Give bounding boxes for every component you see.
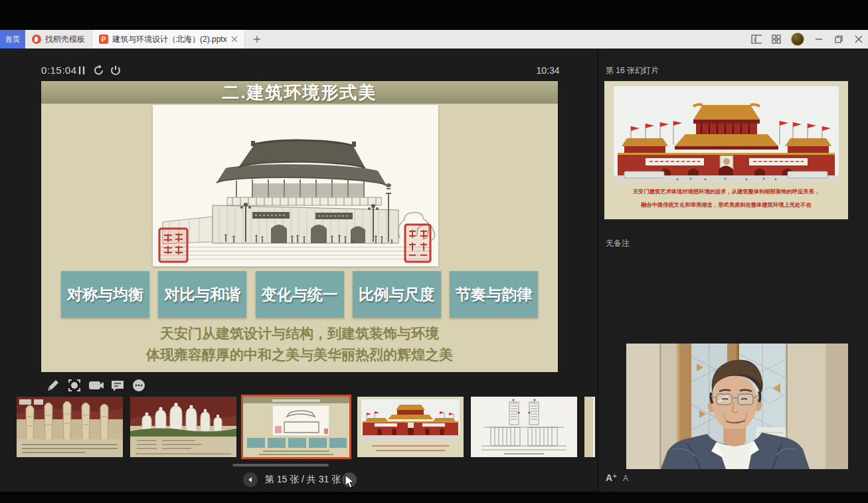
pause-timer-icon[interactable] xyxy=(76,64,88,76)
next-slide-label: 第 16 张幻灯片 xyxy=(606,65,659,76)
principle-button-rhythm: 节奏与韵律 xyxy=(450,271,538,318)
minimize-icon[interactable] xyxy=(814,34,824,45)
slide-thumbnail-16[interactable] xyxy=(357,397,464,457)
tab-bar: 首页 找稻壳模板 P 建筑与环境设计（北海）(2).pptx xyxy=(0,30,868,49)
next-slide-caption-line1: 天安门建筑艺术体现对理想环境的追求，从建筑整体到细部装饰的呼应关系， xyxy=(614,188,839,196)
slide-caption-line2: 体现雍容醇厚的中和之美与美华丽热烈的辉煌之美 xyxy=(41,346,558,364)
app-window: 首页 找稻壳模板 P 建筑与环境设计（北海）(2).pptx 1 xyxy=(0,0,868,503)
split-view-icon[interactable]: 1 xyxy=(751,34,762,45)
slide-thumbnail-15-current[interactable] xyxy=(241,395,351,459)
next-slide-caption-line2: 融合中国传统文化和审美理念，形式美原则在整体建筑环境上无处不在 xyxy=(614,201,839,209)
principle-button-contrast: 对比与和谐 xyxy=(158,271,246,318)
principle-buttons-row: 对称与均衡 对比与和谐 变化与统一 比例与尺度 节奏与韵律 xyxy=(41,271,558,318)
end-show-icon[interactable] xyxy=(110,64,122,76)
wps-presentation-icon: P xyxy=(99,35,108,44)
tab-close-icon[interactable] xyxy=(231,36,238,43)
notes-placeholder: 无备注 xyxy=(606,238,630,249)
tab-home[interactable]: 首页 xyxy=(0,30,25,49)
slide-title: 二.建筑环境形式美 xyxy=(222,81,377,104)
tab-document[interactable]: P 建筑与环境设计（北海）(2).pptx xyxy=(92,30,245,49)
mouse-cursor xyxy=(345,474,355,489)
apps-grid-icon[interactable] xyxy=(771,34,782,45)
notes-font-increase-button[interactable]: A⁺ xyxy=(606,472,618,483)
slide-thumbnail-17[interactable] xyxy=(471,397,577,457)
wall-clock: 10:34 xyxy=(525,65,571,76)
slide-title-banner: 二.建筑环境形式美 xyxy=(41,81,558,104)
svg-text:1: 1 xyxy=(753,37,756,42)
window-controls: 1 xyxy=(751,30,864,49)
tab-document-label: 建筑与环境设计（北海）(2).pptx xyxy=(112,34,227,45)
principle-button-symmetry: 对称与均衡 xyxy=(61,271,149,318)
close-icon[interactable] xyxy=(853,34,864,45)
tab-docer-label: 找稻壳模板 xyxy=(45,34,85,45)
reset-timer-icon[interactable] xyxy=(93,64,105,76)
next-slide-preview[interactable]: 天安门建筑艺术体现对理想环境的追求，从建筑整体到细部装饰的呼应关系， 融合中国传… xyxy=(604,81,848,219)
new-tab-button[interactable] xyxy=(245,30,269,49)
filmstrip-scrollbar[interactable] xyxy=(232,464,329,466)
slide-thumbnail-18-partial[interactable] xyxy=(584,397,595,457)
tiananmen-engraving-image xyxy=(153,105,438,266)
tab-docer-templates[interactable]: 找稻壳模板 xyxy=(25,30,92,49)
docer-icon xyxy=(32,35,41,44)
page-indicator: 第 15 张 / 共 31 张 xyxy=(264,474,341,486)
slide-caption-line1: 天安门从建筑设计与结构，到建筑装饰与环境 xyxy=(41,324,558,343)
comment-icon[interactable] xyxy=(110,377,126,393)
user-avatar[interactable] xyxy=(791,33,804,46)
restore-icon[interactable] xyxy=(833,34,844,45)
elapsed-timer: 0:15:04 xyxy=(41,64,77,76)
pen-icon[interactable] xyxy=(45,377,61,393)
principle-button-proportion: 比例与尺度 xyxy=(353,271,441,318)
principle-button-variation: 变化与统一 xyxy=(256,271,344,318)
letterbox-bottom xyxy=(0,492,868,503)
webcam-video xyxy=(626,344,848,469)
previous-slide-button[interactable] xyxy=(243,472,258,487)
slide-thumbnail-13[interactable] xyxy=(17,397,123,457)
more-options-icon[interactable] xyxy=(131,377,147,393)
camera-icon[interactable] xyxy=(88,377,104,393)
notes-font-decrease-button[interactable]: A xyxy=(623,474,628,483)
laser-pointer-icon[interactable] xyxy=(66,377,82,393)
seal-left xyxy=(159,229,187,262)
current-slide: 二.建筑环境形式美 xyxy=(41,81,558,372)
seal-right xyxy=(405,225,430,262)
slide-thumbnail-14[interactable] xyxy=(130,397,236,457)
